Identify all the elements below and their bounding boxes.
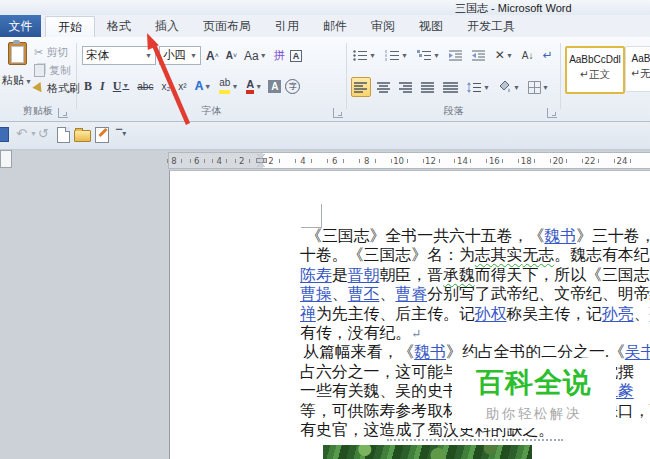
ruler-number: 4 bbox=[300, 156, 305, 166]
numbered-list-button[interactable]: ▼ bbox=[383, 46, 410, 64]
undo-icon[interactable]: ↶ bbox=[16, 126, 27, 141]
hyperlink[interactable]: 曹睿 bbox=[395, 285, 427, 302]
show-marks-button[interactable]: ↵ bbox=[540, 46, 554, 64]
indent-markers[interactable] bbox=[257, 154, 266, 167]
ruler-number: 20 bbox=[553, 156, 564, 166]
increase-indent-button[interactable] bbox=[470, 46, 488, 64]
grow-font-button[interactable]: A˄ bbox=[204, 47, 221, 65]
ribbon-tab-开发工具[interactable]: 开发工具 bbox=[455, 16, 527, 37]
character-shading-button[interactable]: A bbox=[268, 80, 281, 93]
ruler-tick bbox=[359, 159, 360, 163]
align-center-button[interactable] bbox=[375, 78, 393, 96]
style-card-normal[interactable]: AaBbCcDdl ↵正文 bbox=[565, 46, 625, 94]
superscript-button[interactable]: x² bbox=[176, 77, 188, 95]
document-page[interactable]: 《三国志》全书一共六十五卷，《魏书》三十卷，十卷。《三国志》名：为志其实无志。魏… bbox=[169, 170, 650, 459]
hyperlink[interactable]: 魏书 bbox=[414, 343, 446, 360]
inline-photo[interactable] bbox=[323, 445, 532, 459]
format-painter-button[interactable]: 格式刷 bbox=[34, 81, 80, 96]
justify-button[interactable] bbox=[419, 78, 437, 96]
watermark: 百科全说 助你轻松解决 bbox=[452, 358, 616, 428]
align-right-button[interactable] bbox=[397, 78, 415, 96]
hyperlink[interactable]: 陈寿 bbox=[300, 266, 332, 283]
hyperlink[interactable]: 吴书 bbox=[625, 343, 650, 360]
undo-dropdown-arrow[interactable]: ▼ bbox=[30, 130, 37, 137]
change-case-button[interactable]: Aa▼ bbox=[242, 47, 269, 65]
ruler-tick bbox=[534, 159, 535, 163]
edit-document-icon[interactable] bbox=[95, 127, 109, 143]
clipboard-dialog-launcher[interactable] bbox=[58, 108, 68, 118]
save-icon[interactable] bbox=[0, 127, 9, 142]
qat-overflow-icon[interactable]: ▔▾ bbox=[116, 129, 126, 138]
multilevel-list-button[interactable]: ▼ bbox=[415, 46, 442, 64]
redo-icon[interactable]: ↺ bbox=[38, 126, 49, 141]
ribbon-tab-引用[interactable]: 引用 bbox=[263, 16, 311, 37]
italic-button[interactable]: I bbox=[98, 77, 107, 95]
ribbon-tab-插入[interactable]: 插入 bbox=[143, 16, 191, 37]
decrease-indent-button[interactable] bbox=[447, 46, 465, 64]
character-border-button[interactable]: A bbox=[290, 50, 303, 62]
text-segment: 朝臣，晋 bbox=[379, 266, 443, 283]
ruler-tick bbox=[598, 159, 599, 163]
ribbon-tab-页面布局[interactable]: 页面布局 bbox=[191, 16, 263, 37]
ruler-tick bbox=[204, 159, 205, 163]
asian-layout-button[interactable]: ✕▼ bbox=[493, 46, 515, 64]
subscript-button[interactable]: x₂ bbox=[159, 77, 172, 95]
text-segment: 志其实 bbox=[475, 246, 523, 263]
hyperlink[interactable]: 魏书 bbox=[544, 227, 576, 244]
font-name-combobox[interactable]: 宋体▼ bbox=[82, 46, 156, 65]
borders-button[interactable]: ▼ bbox=[526, 78, 551, 96]
hyperlink[interactable]: 禅 bbox=[300, 305, 316, 322]
ribbon-tab-视图[interactable]: 视图 bbox=[407, 16, 455, 37]
tab-stop-selector[interactable] bbox=[0, 150, 12, 168]
horizontal-ruler[interactable]: 864224681012141618202224 bbox=[168, 152, 650, 169]
new-document-icon[interactable] bbox=[57, 127, 70, 143]
file-tab[interactable]: 文件 bbox=[0, 15, 41, 37]
font-color-button[interactable]: A▼ bbox=[244, 77, 264, 95]
font-group-label: 字体 bbox=[77, 104, 346, 118]
hyperlink[interactable]: 曹操 bbox=[300, 285, 332, 302]
strikethrough-button[interactable]: abc bbox=[135, 77, 155, 95]
document-line: 禅为先主传、后主传。记孙权称吴主传，记孙亮、孙休 bbox=[300, 304, 650, 323]
ruler-number: 8 bbox=[364, 156, 369, 166]
shading-button[interactable]: ▼ bbox=[496, 78, 522, 96]
clipboard-group: 粘贴▼ ✂ 剪切 复制 格式刷 剪贴板 bbox=[0, 37, 76, 121]
text-segment: 、 bbox=[379, 285, 395, 302]
paste-button[interactable]: 粘贴▼ bbox=[2, 42, 32, 100]
ruler-tick bbox=[502, 159, 503, 163]
align-left-button[interactable] bbox=[351, 77, 371, 97]
line-spacing-button[interactable]: ▼ bbox=[465, 78, 492, 96]
style-card-next[interactable]: AaB ↵无 bbox=[625, 46, 650, 92]
underline-button[interactable]: U▼ bbox=[111, 77, 132, 95]
text-segment: 而得天下，所以《三国志》 bbox=[475, 266, 650, 283]
cut-button[interactable]: ✂ 剪切 bbox=[34, 45, 68, 60]
ruler-tick bbox=[582, 159, 583, 163]
phonetic-guide-button[interactable]: 拼 bbox=[272, 47, 287, 65]
ribbon-tab-格式[interactable]: 格式 bbox=[95, 16, 143, 37]
distribute-button[interactable] bbox=[441, 78, 461, 96]
shrink-font-button[interactable]: A˅ bbox=[224, 47, 239, 65]
ribbon-tab-邮件[interactable]: 邮件 bbox=[311, 16, 359, 37]
bold-button[interactable]: B bbox=[82, 77, 94, 95]
paragraph-dialog-launcher[interactable] bbox=[547, 108, 557, 118]
hyperlink[interactable]: 晋朝 bbox=[348, 266, 380, 283]
font-size-combobox[interactable]: 小四▼ bbox=[159, 46, 201, 65]
highlight-color-button[interactable]: ab▼ bbox=[217, 77, 240, 95]
document-line: 陈寿是晋朝朝臣，晋承魏而得天下，所以《三国志》 bbox=[300, 265, 650, 284]
paste-dropdown-arrow: ▼ bbox=[25, 78, 32, 85]
ruler-tick bbox=[295, 159, 296, 163]
hyperlink[interactable]: 孙权 bbox=[475, 305, 507, 322]
ribbon-tab-审阅[interactable]: 审阅 bbox=[359, 16, 407, 37]
open-icon[interactable] bbox=[74, 130, 91, 142]
ribbon-tab-开始[interactable]: 开始 bbox=[45, 16, 95, 37]
text-effects-button[interactable]: A▼ bbox=[193, 77, 214, 95]
ruler-number: 18 bbox=[521, 156, 532, 166]
hyperlink[interactable]: 孙亮 bbox=[602, 305, 634, 322]
font-dialog-launcher[interactable] bbox=[333, 108, 343, 118]
text-segment: 有传，没有纪。 bbox=[300, 324, 411, 341]
hyperlink[interactable]: 曹丕 bbox=[348, 285, 380, 302]
paste-clipboard-icon bbox=[8, 42, 27, 65]
enclose-characters-button[interactable]: 字 bbox=[285, 79, 300, 94]
copy-button[interactable]: 复制 bbox=[34, 63, 71, 78]
sort-button[interactable]: A↓ bbox=[520, 46, 536, 64]
bullet-list-button[interactable]: ▼ bbox=[351, 46, 378, 64]
